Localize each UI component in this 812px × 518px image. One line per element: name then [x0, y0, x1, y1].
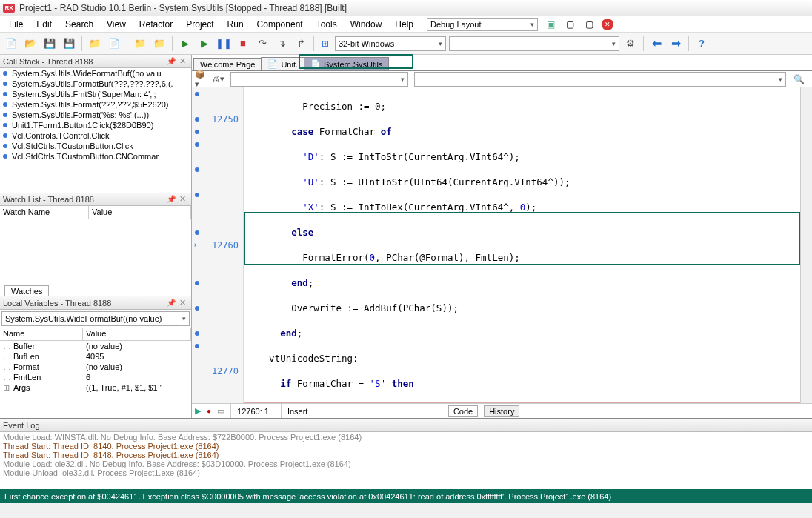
folder-button[interactable]: 📁	[132, 36, 148, 52]
layout-combo[interactable]: Debug Layout	[427, 18, 538, 31]
editor-toolbar: 📦▾ 🖨▾ 🔍	[192, 71, 812, 87]
locals-body[interactable]: …Buffer(no value) …BufLen4095 …Format(no…	[0, 341, 191, 418]
separator	[127, 36, 127, 51]
tab-welcome[interactable]: Welcome Page	[193, 58, 262, 70]
status-text: First chance exception at $00424611. Exc…	[4, 492, 611, 501]
menu-file[interactable]: File	[3, 18, 29, 31]
run-no-debug-button[interactable]: ▶	[196, 36, 213, 52]
log-line: Module Load: WINSTA.dll. No Debug Info. …	[3, 433, 809, 442]
stop-debug-icon[interactable]: ✕	[602, 19, 613, 30]
pin-icon[interactable]: 📌	[165, 299, 177, 307]
callstack-list[interactable]: System.SysUtils.WideFormatBuf((no valu S…	[0, 68, 191, 193]
locals-scope-combo[interactable]: System.SysUtils.WideFormatBuf((no value)	[1, 311, 190, 326]
breakpoint-dot[interactable]	[195, 281, 199, 285]
help-button[interactable]: ?	[693, 36, 710, 52]
breakpoint-dot[interactable]	[195, 130, 199, 134]
breakpoint-dot[interactable]	[195, 193, 199, 197]
macro-record-icon[interactable]: ●	[207, 407, 211, 415]
menu-help[interactable]: Help	[389, 18, 419, 31]
vertical-scrollbar[interactable]	[800, 87, 812, 403]
menu-tools[interactable]: Tools	[310, 18, 343, 31]
separator	[81, 36, 82, 51]
menu-component[interactable]: Component	[251, 18, 309, 31]
editor-tabbar: Welcome Page 📄Unit. 📄System.SysUtils	[192, 55, 812, 71]
tab-sysutils[interactable]: 📄System.SysUtils	[304, 57, 389, 70]
breakpoint-dot[interactable]	[195, 230, 199, 235]
pause-button[interactable]: ❚❚	[216, 36, 232, 52]
watch-body[interactable]: Watches	[0, 219, 191, 296]
eventlog-body[interactable]: Module Load: WINSTA.dll. No Debug Info. …	[0, 432, 812, 489]
open-button[interactable]: 📂	[22, 36, 39, 52]
watch-col-name[interactable]: Watch Name	[0, 206, 89, 219]
locals-col-name[interactable]: Name	[0, 328, 83, 340]
code-line: 'X': S := IntToHex(CurrentArg.VInt64^, 0…	[244, 201, 800, 213]
new-button[interactable]: 📄	[3, 36, 19, 52]
watch-tab[interactable]: Watches	[4, 285, 49, 296]
cursor-pos: 12760: 1	[230, 404, 275, 418]
saveall-button[interactable]: 💾	[61, 36, 77, 52]
menu-project[interactable]: Project	[180, 18, 219, 31]
locals-columns: Name Value	[0, 328, 191, 341]
breakpoint-dot[interactable]	[195, 344, 199, 348]
code-line: Precision := 0;	[244, 100, 800, 113]
step-over-button[interactable]: ↷	[254, 36, 270, 52]
open-project-button[interactable]: 📁	[87, 36, 103, 52]
breakpoint-dot[interactable]	[195, 167, 199, 172]
code-editor[interactable]: Precision := 0; case FormatChar of 'D': …	[244, 87, 800, 403]
line-gutter[interactable]: 12750 ➔12760 12770	[192, 87, 244, 403]
pin-icon[interactable]: 📌	[165, 57, 177, 65]
config-combo[interactable]	[449, 36, 619, 51]
close-icon[interactable]: ✕	[177, 298, 188, 308]
method-combo-left[interactable]	[230, 72, 408, 87]
search-icon[interactable]: 🔍	[793, 74, 805, 84]
close-icon[interactable]: ✕	[177, 56, 188, 66]
menu-run[interactable]: Run	[222, 18, 250, 31]
add-folder-button[interactable]: 📁	[151, 36, 167, 52]
locals-row: …FmtLen6	[0, 372, 191, 382]
app-icon: RX	[3, 4, 15, 13]
method-combo-right[interactable]	[414, 72, 786, 87]
print-icon[interactable]: 🖨▾	[211, 73, 224, 86]
menu-view[interactable]: View	[101, 18, 132, 31]
nav-back-button[interactable]: ⬅	[648, 36, 665, 52]
menu-refactor[interactable]: Refactor	[133, 18, 179, 31]
menu-window[interactable]: Window	[345, 18, 388, 31]
platform-combo[interactable]: 32-bit Windows	[335, 36, 446, 51]
layout-save-icon[interactable]: ▣	[544, 18, 557, 31]
breakpoint-dot[interactable]	[195, 117, 199, 122]
config-button[interactable]: ⚙	[622, 36, 639, 52]
breakpoint-dot[interactable]	[195, 92, 199, 96]
view-tab-history[interactable]: History	[484, 405, 519, 417]
breakpoint-dot[interactable]	[195, 142, 199, 147]
code-line: end;	[244, 276, 800, 289]
layout-icon-2[interactable]: ▢	[582, 18, 596, 31]
layout-icon-1[interactable]: ▢	[563, 18, 576, 31]
locals-col-value[interactable]: Value	[83, 328, 191, 340]
modified-indicator	[413, 404, 442, 418]
menu-edit[interactable]: Edit	[30, 18, 58, 31]
stop-button[interactable]: ■	[235, 36, 251, 52]
breakpoint-dot[interactable]	[195, 331, 199, 336]
close-icon[interactable]: ✕	[177, 194, 188, 204]
tab-unit[interactable]: 📄Unit.	[261, 57, 304, 70]
unit-combo-icon[interactable]: 📦▾	[195, 73, 208, 86]
code-line: FormatError(0, PChar(@Format), FmtLen);	[244, 251, 800, 264]
callstack-item: Vcl.StdCtrls.TCustomButton.Click	[0, 141, 191, 151]
menu-search[interactable]: Search	[59, 18, 99, 31]
editor-footer: ▶ ● ▭ 12760: 1 Insert Code History	[192, 403, 812, 418]
step-into-button[interactable]: ↴	[273, 36, 290, 52]
pin-icon[interactable]: 📌	[165, 195, 177, 203]
breakpoint-dot[interactable]	[195, 306, 199, 311]
step-out-button[interactable]: ↱	[293, 36, 309, 52]
insert-mode: Insert	[281, 404, 407, 418]
view-tab-code[interactable]: Code	[448, 405, 478, 417]
watch-col-value[interactable]: Value	[89, 206, 191, 219]
save-button[interactable]: 💾	[41, 36, 58, 52]
add-file-button[interactable]: 📄	[106, 36, 122, 52]
macro-play-icon[interactable]: ▶	[195, 406, 201, 416]
nav-fwd-button[interactable]: ➡	[668, 36, 684, 52]
run-button[interactable]: ▶	[177, 36, 193, 52]
main-toolbar: 📄 📂 💾 💾 📁 📄 📁 📁 ▶ ▶ ❚❚ ■ ↷ ↴ ↱ ⊞ 32-bit …	[0, 33, 812, 55]
window-title: Project1 - RAD Studio 10.1 Berlin - Syst…	[19, 3, 347, 13]
watch-title: Watch List - Thread 8188	[3, 195, 94, 204]
